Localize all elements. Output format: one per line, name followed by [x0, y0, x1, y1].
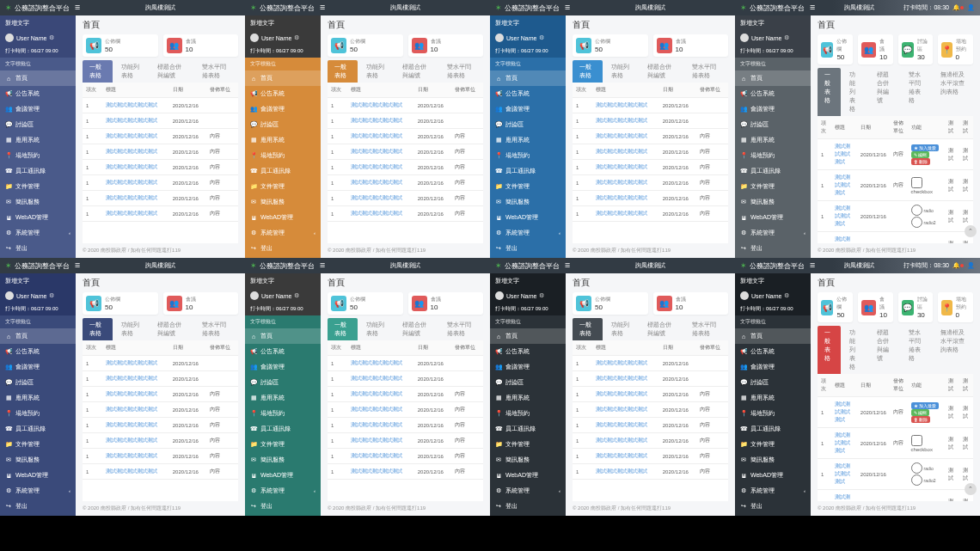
brand[interactable]: ✶ 公務諮詢整合平台	[5, 261, 70, 271]
row-title[interactable]: 測試測試測試測試測試	[347, 371, 414, 387]
sidebar-item-0[interactable]: ⌂ 首頁	[245, 328, 321, 344]
tab-2[interactable]: 標題合併與編號	[150, 318, 193, 340]
sidebar-item-10[interactable]: ⚙ 系統管理 ‹	[735, 225, 811, 241]
row-title[interactable]: 測試測試測試測試測試	[592, 113, 659, 129]
row-title[interactable]: 測試測試測試測試	[831, 459, 857, 490]
tab-2[interactable]: 標題合併與編號	[870, 326, 900, 374]
sidebar-item-3[interactable]: 💬 討論區	[245, 117, 321, 132]
sidebar-item-7[interactable]: 📁 文件管理	[735, 179, 811, 194]
sidebar-user[interactable]: User Name ⚙	[490, 31, 566, 45]
row-title[interactable]: 測試測試測試測試測試	[592, 402, 659, 418]
sidebar-item-1[interactable]: 📢 公告系統	[245, 86, 321, 101]
sidebar-item-7[interactable]: 📁 文件管理	[245, 179, 321, 194]
sidebar-user[interactable]: User Name ⚙	[0, 289, 76, 303]
row-title[interactable]: 測試測試測試測試測試	[592, 144, 659, 160]
scroll-top-button[interactable]: ⌃	[965, 483, 977, 495]
bell-icon[interactable]: 🔔	[952, 262, 964, 269]
sidebar-item-3[interactable]: 💬 討論區	[0, 117, 76, 132]
tab-1[interactable]: 功能列表格	[114, 60, 149, 83]
sidebar-item-8[interactable]: ✉ 簡訊服務	[735, 194, 811, 210]
sidebar-item-5[interactable]: 📍 場地預約	[490, 406, 566, 421]
gear-icon[interactable]: ⚙	[294, 292, 299, 299]
sidebar-item-9[interactable]: 🖥 WebAD管理	[490, 468, 566, 483]
sidebar-item-9[interactable]: 🖥 WebAD管理	[0, 210, 76, 225]
row-title[interactable]: 測試測試測試測試測試	[347, 191, 414, 206]
sidebar-item-6[interactable]: ☎ 員工通訊錄	[490, 421, 566, 437]
sidebar-item-8[interactable]: ✉ 簡訊服務	[245, 194, 321, 210]
sidebar-item-11[interactable]: ↪ 登出	[0, 241, 76, 256]
tab-1[interactable]: 功能列表格	[842, 326, 868, 374]
stat-card-1[interactable]: 👥 會議 10	[163, 292, 239, 315]
row-title[interactable]: 測試測試測試測試測試	[102, 371, 169, 387]
row-title[interactable]: 測試測試測試測試測試	[102, 144, 169, 160]
sidebar-item-6[interactable]: ☎ 員工通訊錄	[0, 421, 76, 437]
sidebar-item-7[interactable]: 📁 文件管理	[245, 437, 321, 452]
sidebar-item-9[interactable]: 🖥 WebAD管理	[735, 468, 811, 483]
sidebar-item-0[interactable]: ⌂ 首頁	[490, 328, 566, 344]
sidebar-item-9[interactable]: 🖥 WebAD管理	[245, 468, 321, 483]
tab-4[interactable]: 無邊框及水平滾查詢表格	[934, 68, 973, 116]
sidebar-item-1[interactable]: 📢 公告系統	[490, 86, 566, 101]
sidebar-item-6[interactable]: ☎ 員工通訊錄	[245, 163, 321, 179]
sidebar-item-8[interactable]: ✉ 簡訊服務	[735, 452, 811, 468]
sidebar-item-10[interactable]: ⚙ 系統管理 ‹	[735, 483, 811, 499]
sidebar-item-8[interactable]: ✉ 簡訊服務	[490, 194, 566, 210]
sidebar-item-0[interactable]: ⌂ 首頁	[0, 70, 76, 86]
sidebar-user[interactable]: User Name ⚙	[0, 31, 76, 45]
tab-1[interactable]: 功能列表格	[604, 318, 639, 340]
sidebar-item-9[interactable]: 🖥 WebAD管理	[735, 210, 811, 225]
gear-icon[interactable]: ⚙	[294, 34, 299, 41]
row-title[interactable]: 測試測試測試測試測試	[347, 402, 414, 418]
stat-card-1[interactable]: 👥 會議 10	[858, 292, 893, 322]
sidebar-item-0[interactable]: ⌂ 首頁	[245, 70, 321, 86]
sidebar-item-5[interactable]: 📍 場地預約	[490, 148, 566, 163]
sidebar-item-7[interactable]: 📁 文件管理	[490, 437, 566, 452]
sidebar-item-8[interactable]: ✉ 簡訊服務	[490, 452, 566, 468]
stat-card-0[interactable]: 📢 公佈欄 50	[573, 292, 648, 315]
row-title[interactable]: 測試測試測試測試測試	[102, 98, 169, 113]
row-title[interactable]: 測試測試測試測試測試	[592, 160, 659, 175]
radio[interactable]: radio2	[911, 474, 942, 486]
sidebar-item-3[interactable]: 💬 討論區	[735, 375, 811, 390]
row-title[interactable]: 測試測試測試測試測試	[102, 206, 169, 222]
sidebar-item-7[interactable]: 📁 文件管理	[0, 437, 76, 452]
brand[interactable]: ✶ 公務諮詢整合平台	[250, 261, 315, 271]
sidebar-item-4[interactable]: ▦ 應用系統	[245, 132, 321, 148]
sidebar-item-5[interactable]: 📍 場地預約	[735, 148, 811, 163]
sidebar-user[interactable]: User Name ⚙	[490, 289, 566, 303]
badge-fav[interactable]: ★ 加入最愛	[911, 402, 939, 409]
badge-edit[interactable]: ✎ 編輯	[911, 151, 929, 158]
row-title[interactable]: 測試測試測試測試測試	[102, 175, 169, 191]
gear-icon[interactable]: ⚙	[539, 292, 544, 299]
row-title[interactable]: 測試測試測試測試測試	[347, 356, 414, 371]
sidebar-item-10[interactable]: ⚙ 系統管理 ‹	[245, 483, 321, 499]
sidebar-item-6[interactable]: ☎ 員工通訊錄	[0, 163, 76, 179]
stat-card-1[interactable]: 👥 會議 10	[858, 34, 893, 64]
sidebar-item-1[interactable]: 📢 公告系統	[0, 344, 76, 359]
stat-card-0[interactable]: 📢 公佈欄 50	[818, 34, 853, 64]
tab-2[interactable]: 標題合併與編號	[640, 318, 683, 340]
tab-1[interactable]: 功能列表格	[359, 318, 394, 340]
sidebar-item-3[interactable]: 💬 討論區	[735, 117, 811, 132]
badge-fav[interactable]: ★ 加入最愛	[911, 144, 939, 151]
brand[interactable]: ✶ 公務諮詢整合平台	[495, 261, 560, 271]
row-title[interactable]: 測試測試測試測試測試	[592, 206, 659, 222]
tab-0[interactable]: 一般表格	[573, 318, 603, 340]
sidebar-item-7[interactable]: 📁 文件管理	[735, 437, 811, 452]
row-title[interactable]: 測試測試測試測試測試	[102, 449, 169, 464]
sidebar-item-8[interactable]: ✉ 簡訊服務	[245, 452, 321, 468]
row-title[interactable]: 測試測試測試測試測試	[592, 418, 659, 433]
row-title[interactable]: 測試測試測試測試測試	[102, 433, 169, 449]
row-title[interactable]: 測試測試測試測試測試	[592, 371, 659, 387]
stat-card-3[interactable]: 📍 場地預約 0	[938, 34, 973, 64]
sidebar-item-6[interactable]: ☎ 員工通訊錄	[735, 163, 811, 179]
sidebar-item-11[interactable]: ↪ 登出	[245, 499, 321, 514]
stat-card-3[interactable]: 📍 場地預約 0	[938, 292, 973, 322]
sidebar-item-9[interactable]: 🖥 WebAD管理	[0, 468, 76, 483]
brand[interactable]: ✶ 公務諮詢整合平台	[740, 3, 805, 13]
gear-icon[interactable]: ⚙	[784, 292, 789, 299]
row-title[interactable]: 測試測試測試測試	[831, 201, 857, 232]
row-title[interactable]: 測試測試測試測試測試	[347, 464, 414, 480]
sidebar-item-10[interactable]: ⚙ 系統管理 ‹	[0, 483, 76, 499]
sidebar-item-2[interactable]: 👥 會議管理	[0, 359, 76, 375]
